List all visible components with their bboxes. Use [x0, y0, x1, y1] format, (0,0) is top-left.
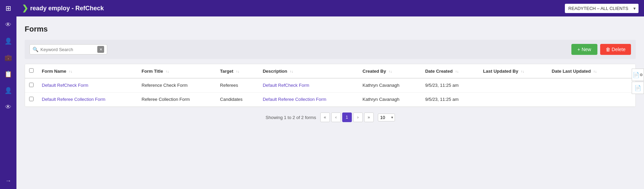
new-button[interactable]: + New	[571, 44, 597, 55]
search-icon: 🔍	[33, 47, 38, 52]
col-date-last-updated[interactable]: Date Last Updated ↑↓	[548, 64, 622, 78]
form-name-link-0[interactable]: Default RefCheck Form	[42, 83, 88, 88]
sort-date-created-icon: ↑↓	[455, 70, 459, 73]
float-action-doc-button[interactable]: 📄	[632, 82, 644, 94]
table-row: Default Referee Collection Form Referee …	[25, 93, 635, 107]
sort-date-last-updated-icon: ↑↓	[593, 70, 597, 73]
select-all-cell[interactable]	[25, 64, 38, 78]
pag-first-button[interactable]: «	[320, 113, 330, 122]
row-checkbox-cell[interactable]	[25, 93, 38, 107]
search-input[interactable]	[40, 47, 95, 52]
delete-button[interactable]: 🗑 Delete	[600, 44, 631, 55]
pag-last-button[interactable]: »	[364, 113, 374, 122]
pagination-info: Showing 1 to 2 of 2 forms	[265, 115, 316, 120]
cell-date-created-0: 9/5/23, 11:25 am	[421, 78, 479, 93]
form-name-link-1[interactable]: Default Referee Collection Form	[42, 97, 106, 102]
cell-form-name-0[interactable]: Default RefCheck Form	[38, 78, 137, 93]
toolbar: 🔍 ✕ + New 🗑 Delete	[25, 40, 636, 59]
sort-form-title-icon: ↑↓	[165, 70, 169, 73]
sort-target-icon: ↑↓	[236, 70, 239, 73]
sort-form-name-icon: ↑↓	[69, 70, 72, 73]
cell-created-by-1: Kathryn Cavanagh	[358, 93, 421, 107]
cell-description-1: Default Referee Collection Form	[259, 93, 358, 107]
row-checkbox-0[interactable]	[29, 83, 34, 87]
sidebar-item-user[interactable]: 👤	[0, 33, 16, 49]
cell-last-updated-by-0	[479, 78, 547, 93]
content-area: Forms 🔍 ✕ + New 🗑 Delete Form Nam	[16, 16, 644, 189]
per-page-wrap[interactable]: 10 25 50 100	[375, 114, 395, 121]
table-header-row: Form Name ↑↓ Form Title ↑↓ Target ↑↓ Des…	[25, 64, 635, 78]
cell-last-updated-by-1	[479, 93, 547, 107]
topnav: ❯ ready employ - RefCheck READYTECH – AL…	[16, 0, 644, 16]
cell-date-last-updated-0	[548, 78, 622, 93]
sidebar-item-jobs[interactable]: 💼	[0, 49, 16, 66]
col-last-updated-by[interactable]: Last Updated By ↑↓	[479, 64, 547, 78]
cell-form-name-1[interactable]: Default Referee Collection Form	[38, 93, 137, 107]
col-created-by[interactable]: Created By ↑↓	[358, 64, 421, 78]
main-area: ❯ ready employ - RefCheck READYTECH – AL…	[16, 0, 644, 189]
logo-chevron-icon: ❯	[22, 4, 28, 13]
float-doc2-icon: 📄	[634, 85, 641, 91]
per-page-select[interactable]: 10 25 50 100	[378, 114, 395, 121]
cell-form-title-1: Referee Collection Form	[137, 93, 216, 107]
row-checkbox-1[interactable]	[29, 97, 34, 101]
cell-created-by-0: Kathryn Cavanagh	[358, 78, 421, 93]
cell-target-1: Candidates	[216, 93, 259, 107]
float-action-doc-settings-button[interactable]: 📄 ⚙	[632, 69, 644, 81]
col-description[interactable]: Description ↑↓	[259, 64, 358, 78]
col-form-title[interactable]: Form Title ↑↓	[137, 64, 216, 78]
col-target[interactable]: Target ↑↓	[216, 64, 259, 78]
float-gear-icon: ⚙	[640, 73, 643, 77]
row-checkbox-cell[interactable]	[25, 78, 38, 93]
pag-next-button[interactable]: ›	[353, 113, 363, 122]
page-title: Forms	[25, 25, 636, 34]
sort-last-updated-by-icon: ↑↓	[521, 70, 524, 73]
pag-page-1-button[interactable]: 1	[342, 113, 352, 122]
sidebar-item-profile[interactable]: 👤	[0, 82, 16, 99]
app-title: ready employ - RefCheck	[30, 5, 104, 12]
sidebar-item-preview[interactable]: 👁	[0, 99, 16, 115]
sidebar: ⊞ 👁 👤 💼 📋 👤 👁 →	[0, 0, 16, 189]
cell-date-last-updated-1	[548, 93, 622, 107]
float-actions: 📄 ⚙ 📄	[632, 69, 644, 94]
row-action-col-1	[622, 93, 635, 107]
cell-form-title-0: Reference Check Form	[137, 78, 216, 93]
cell-date-created-1: 9/5/23, 11:25 am	[421, 93, 479, 107]
description-link-0[interactable]: Default RefCheck Form	[263, 83, 309, 88]
sidebar-item-home[interactable]: ⊞	[0, 0, 16, 16]
app-logo: ❯ ready employ - RefCheck	[22, 4, 104, 13]
sort-created-by-icon: ↑↓	[389, 70, 392, 73]
cell-description-0: Default RefCheck Form	[259, 78, 358, 93]
select-all-checkbox[interactable]	[29, 68, 34, 73]
pag-prev-button[interactable]: ‹	[331, 113, 341, 122]
client-selector[interactable]: READYTECH – ALL CLIENTS	[565, 4, 639, 13]
sidebar-item-arrow[interactable]: →	[0, 173, 16, 189]
client-selector-wrap[interactable]: READYTECH – ALL CLIENTS	[565, 4, 639, 13]
forms-table: Form Name ↑↓ Form Title ↑↓ Target ↑↓ Des…	[25, 64, 636, 107]
col-form-name[interactable]: Form Name ↑↓	[38, 64, 137, 78]
col-date-created[interactable]: Date Created ↑↓	[421, 64, 479, 78]
search-wrap: 🔍 ✕	[29, 44, 107, 55]
description-link-1[interactable]: Default Referee Collection Form	[263, 97, 326, 102]
sidebar-item-forms[interactable]: 📋	[0, 66, 16, 82]
clear-search-button[interactable]: ✕	[97, 46, 104, 53]
sidebar-item-view[interactable]: 👁	[0, 16, 16, 33]
float-doc-icon: 📄	[633, 72, 640, 78]
cell-target-0: Referees	[216, 78, 259, 93]
sort-description-icon: ↑↓	[290, 70, 293, 73]
table-row: Default RefCheck Form Reference Check Fo…	[25, 78, 635, 93]
pagination-row: Showing 1 to 2 of 2 forms « ‹ 1 › » 10 2…	[25, 107, 636, 125]
